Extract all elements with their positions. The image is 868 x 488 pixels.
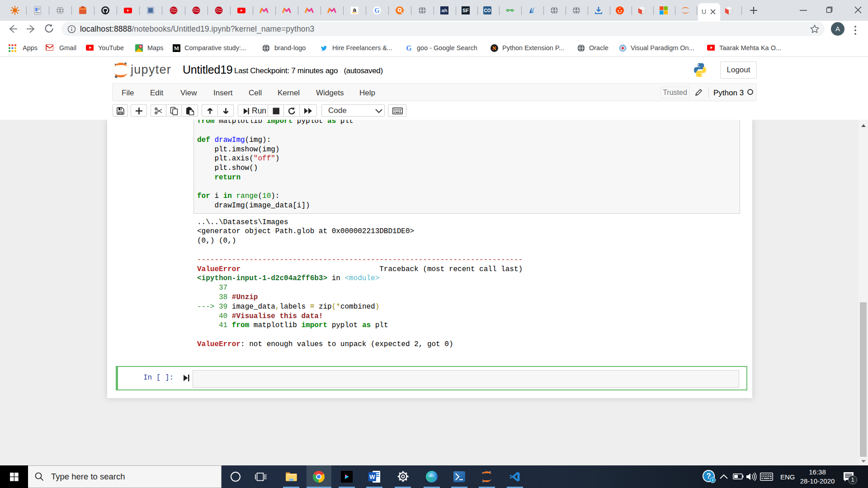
svg-text:CO: CO bbox=[484, 8, 491, 13]
svg-text:ah: ah bbox=[442, 8, 448, 13]
svg-text:G: G bbox=[406, 44, 412, 52]
svg-text:a: a bbox=[353, 6, 356, 13]
svg-text:SF: SF bbox=[462, 8, 469, 13]
svg-text:M: M bbox=[174, 45, 179, 52]
svg-text:G: G bbox=[374, 7, 379, 14]
svg-text:W: W bbox=[369, 474, 375, 480]
